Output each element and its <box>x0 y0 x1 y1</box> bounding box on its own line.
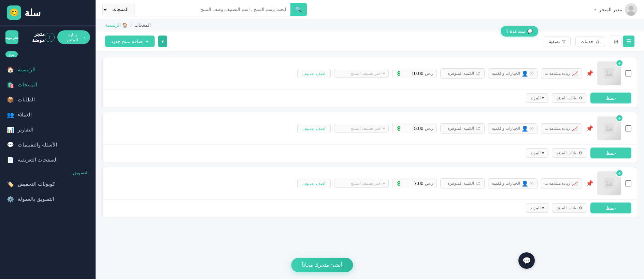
product-3-views-field: 📈 زيادة مشاهدات <box>541 178 582 189</box>
product-3-checkbox[interactable] <box>625 180 631 186</box>
product-1-save-button[interactable]: حفظ <box>590 93 631 103</box>
views-icon-2: 📈 <box>571 125 578 132</box>
customers-icon: 👥 <box>7 111 14 118</box>
sidebar-item-customers[interactable]: العملاء 👥 <box>0 107 96 122</box>
bottom-cta: أنشئ متجرك مجاناً <box>291 258 353 272</box>
svg-rect-7 <box>604 123 614 134</box>
product-3-qty-field: 🗂 الكمية المتوفرة <box>440 178 485 189</box>
sidebar-item-pages[interactable]: الصفحات التعريفية 📄 <box>0 152 96 167</box>
product-2-price-field: 💲 ر.س <box>392 124 437 133</box>
search-category-select[interactable]: المنتجات <box>103 3 134 16</box>
sidebar-store-btns: › زيارة المتجر ⤴ <box>45 30 90 44</box>
user-icon: 👤 <box>521 70 528 77</box>
add-product-label: إضافة منتج جديد <box>111 39 144 44</box>
sidebar-item-coupons-label: كوبونات التخفيض <box>18 181 55 187</box>
content: المنتجات / 🏠 الرئيسية ☰ ⊞ 🖨 <box>96 19 644 279</box>
products-icon: 🛍️ <box>7 81 14 88</box>
help-button[interactable]: 💬 مساعدة ؟ <box>501 26 538 37</box>
list-view-button[interactable]: ☰ <box>623 36 634 47</box>
add-product-arrow-button[interactable]: ▾ <box>158 36 167 47</box>
product-2-checkbox[interactable] <box>625 125 631 131</box>
user-menu[interactable]: مدير المتجر ▾ <box>594 3 637 16</box>
store-name: متجر موضة <box>21 31 45 43</box>
product-2-options-field[interactable]: ∞ 👤 الخيارات والكمية <box>488 123 538 134</box>
product-3-more-button[interactable]: ▾ المزيد <box>526 203 548 213</box>
product-1-price-input[interactable] <box>403 71 424 76</box>
product-3-price-input[interactable] <box>403 181 424 186</box>
product-1-price-field: 💲 ر.س <box>392 69 437 78</box>
product-1-options-field[interactable]: ∞ 👤 الخيارات والكمية <box>488 68 538 79</box>
sidebar-item-coupons[interactable]: كوبونات التخفيض 🏷️ <box>0 177 96 192</box>
product-3-meta-button[interactable]: ⚙ بيانات المنتج <box>552 203 587 213</box>
home-icon: 🏠 <box>7 66 14 73</box>
sidebar-item-reports-label: التقارير <box>18 127 33 133</box>
visit-store-button[interactable]: › زيارة المتجر <box>57 30 90 44</box>
options-icon-2: ∞ <box>530 125 533 131</box>
sidebar-item-affiliate[interactable]: التسويق بالعمولة ⚙️ <box>0 192 96 207</box>
grid-view-button[interactable]: ⊞ <box>610 36 621 47</box>
product-1-category-field[interactable]: ▾ اختر تصنيف المنتح <box>334 69 389 78</box>
affiliate-icon: ⚙️ <box>7 196 14 203</box>
product-3-add-category-button[interactable]: اضف تصنيف <box>297 179 331 188</box>
filter-label: تصفية <box>549 39 560 44</box>
product-2-qty-field: 🗂 الكمية المتوفرة <box>440 123 485 134</box>
product-3-add-image-button[interactable]: + <box>616 169 623 177</box>
product-2-category-field[interactable]: ▾ اختر تصنيف المنتح <box>334 124 389 133</box>
product-2-pin-button[interactable]: 📌 <box>586 125 593 132</box>
product-1-add-image-button[interactable]: + <box>616 59 623 67</box>
view-toggle: ☰ ⊞ <box>610 36 634 47</box>
sidebar-item-home[interactable]: الرئيسية 🏠 <box>0 62 96 77</box>
product-2-views-field: 📈 زيادة مشاهدات <box>541 123 582 134</box>
create-store-button[interactable]: أنشئ متجرك مجاناً <box>291 258 353 272</box>
orders-icon: 📦 <box>7 96 14 103</box>
sidebar-item-qa[interactable]: الأسئلة والتقييمات 💬 <box>0 137 96 152</box>
avatar <box>625 3 637 16</box>
breadcrumb-home[interactable]: 🏠 الرئيسية <box>105 23 128 28</box>
username-label: مدير المتجر <box>599 7 622 12</box>
services-label: خدمات <box>581 39 593 44</box>
product-3-save-button[interactable]: حفظ <box>590 203 631 213</box>
coupons-icon: 🏷️ <box>7 181 14 187</box>
chevron-down-icon-1: ▾ <box>542 96 544 100</box>
sidebar-item-reports[interactable]: التقارير 📊 <box>0 122 96 137</box>
breadcrumb-home-label: الرئيسية <box>105 23 121 28</box>
product-1-currency: ر.س <box>425 71 433 76</box>
topbar-right: مدير المتجر ▾ <box>594 3 637 16</box>
services-button[interactable]: 🖨 خدمات <box>575 37 605 46</box>
filter-button[interactable]: ▽ تصفية <box>544 37 571 46</box>
home-breadcrumb-icon: 🏠 <box>122 23 128 28</box>
product-1-add-category-label: اضف تصنيف <box>302 71 326 76</box>
add-product-button[interactable]: + إضافة منتج جديد <box>105 36 155 47</box>
product-1-pin-button[interactable]: 📌 <box>586 70 593 77</box>
product-2-meta-button[interactable]: ⚙ بيانات المنتج <box>552 148 587 158</box>
product-1-more-button[interactable]: ▾ المزيد <box>526 93 548 103</box>
product-2-save-button[interactable]: حفظ <box>590 148 631 158</box>
sidebar-item-products[interactable]: المنتجات 🛍️ <box>0 77 96 92</box>
product-2-add-image-button[interactable]: + <box>616 114 623 122</box>
product-3-options-field[interactable]: ∞ 👤 الخيارات والكمية <box>488 178 538 189</box>
share-button[interactable]: ⤴ <box>45 33 55 42</box>
search-button[interactable]: 🔍 <box>290 3 307 16</box>
options-icon: ∞ <box>530 70 533 76</box>
breadcrumb: المنتجات / 🏠 الرئيسية <box>96 19 644 31</box>
search-input[interactable] <box>134 7 290 12</box>
sidebar-store-info: › زيارة المتجر ⤴ متجر موضة متجر موضة <box>0 26 96 49</box>
arrow-down-icon: ▾ <box>161 39 164 44</box>
product-list: + 📌 📈 زيادة مشاهدات ∞ 👤 الخيارات والكمية <box>96 52 644 223</box>
filter-icon: ▽ <box>562 39 566 44</box>
product-1-meta-button[interactable]: ⚙ بيانات المنتج <box>552 93 587 103</box>
svg-point-8 <box>606 126 609 128</box>
product-1-add-category-button[interactable]: اضف تصنيف <box>297 69 331 78</box>
product-2-more-button[interactable]: ▾ المزيد <box>526 148 548 158</box>
product-3-pin-button[interactable]: 📌 <box>586 180 593 187</box>
price-icon-2: 💲 <box>396 126 402 131</box>
chat-bubble[interactable]: 💬 <box>518 252 535 269</box>
reports-icon: 📊 <box>7 126 14 133</box>
toolbar-right: ▾ + إضافة منتج جديد <box>105 36 167 47</box>
product-3-category-field[interactable]: ▾ اختر تصنيف المنتح <box>334 179 389 188</box>
product-2-price-input[interactable] <box>403 126 424 131</box>
product-2-image: + <box>597 116 621 140</box>
sidebar-item-orders[interactable]: الطلبات 📦 <box>0 92 96 107</box>
product-1-checkbox[interactable] <box>625 70 631 76</box>
product-2-add-category-button[interactable]: اضف تصنيف <box>297 124 331 133</box>
